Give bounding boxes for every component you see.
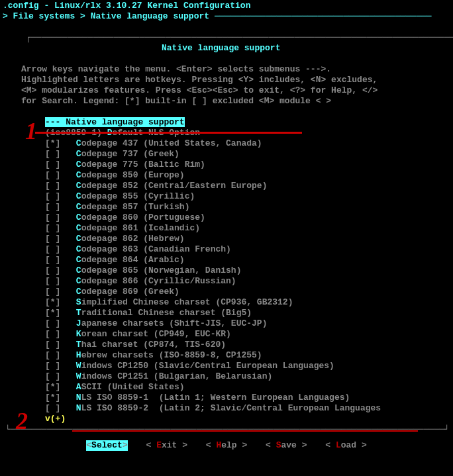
option-label: odepage 852 (Central/Eastern Europe) [81,181,268,191]
checkbox-mark[interactable]: [*] [45,382,60,392]
checkbox-mark[interactable]: [ ] [45,191,60,201]
hotkey: C [76,181,81,191]
option-label: indows CP1251 (Bulgarian, Belarusian) [81,371,273,381]
checkbox-mark[interactable]: [ ] [45,160,60,169]
list-item[interactable]: [ ] Codepage 862 (Hebrew) [45,234,448,244]
list-item[interactable]: [ ] Hebrew charsets (ISO-8859-8, CP1255) [45,350,448,361]
checkbox-mark[interactable]: [ ] [45,265,60,275]
checkbox-mark[interactable]: [ ] [45,276,60,286]
hotkey: C [76,160,81,169]
exit-button[interactable]: < Exit > [146,440,187,451]
list-item[interactable]: [ ] Codepage 869 (Greek) [45,287,448,297]
breadcrumb-line: ────────────────────────────────────────… [209,11,431,21]
option-label: odepage 864 (Arabic) [81,255,185,265]
checkbox-mark[interactable]: [ ] [45,149,60,159]
list-item[interactable]: [ ] Korean charset (CP949, EUC-KR) [45,329,448,340]
checkbox-mark[interactable]: [*] [45,308,60,318]
list-item[interactable]: [ ] Windows CP1250 (Slavic/Central Europ… [45,361,448,371]
checkbox-mark[interactable]: [ ] [45,213,60,222]
help-line: Highlighted letters are hotkeys. Pressin… [21,75,432,85]
help-line: <M> modularizes features. Press <Esc><Es… [21,85,432,96]
option-label: odepage 857 (Turkish) [81,202,190,212]
checkbox-mark[interactable]: [*] [45,297,60,307]
list-item[interactable]: [ ] Codepage 865 (Norwegian, Danish) [45,265,448,276]
option-label: odepage 862 (Hebrew) [81,234,185,244]
list-item[interactable]: [ ] Codepage 857 (Turkish) [45,202,448,213]
checkbox-mark[interactable]: [ ] [45,361,60,371]
breadcrumb: > File systems > Native language support… [0,11,453,22]
checkbox-mark[interactable]: [ ] [45,181,60,191]
option-label: indows CP1250 (Slavic/Central European L… [81,361,334,371]
list-item[interactable]: [*] Simplified Chinese charset (CP936, G… [45,297,448,308]
hotkey: C [76,191,81,201]
option-label: odepage 850 (Europe) [81,170,185,180]
checkbox-mark[interactable]: [ ] [45,202,60,212]
checkbox-mark[interactable]: [ ] [45,287,60,297]
checkbox-mark[interactable]: [*] [45,138,60,148]
section-header-row[interactable]: --- Native language support [45,117,448,128]
default-nls-option[interactable]: (iso8859-1) Default NLS Option [45,128,448,138]
list-item[interactable]: [ ] Windows CP1251 (Bulgarian, Belarusia… [45,371,448,382]
option-list[interactable]: --- Native language support (iso8859-1) … [5,117,448,414]
list-item[interactable]: [ ] NLS ISO 8859-2 (Latin 2; Slavic/Cent… [45,403,448,414]
hotkey: C [76,244,81,254]
list-item[interactable]: [*] NLS ISO 8859-1 (Latin 1; Western Eur… [45,393,448,403]
list-item[interactable]: [ ] Codepage 866 (Cyrillic/Russian) [45,276,448,287]
window-title: .config - Linux/rlx 3.10.27 Kernel Confi… [0,0,453,11]
hotkey: N [76,393,81,403]
help-line: for Search. Legend: [*] built-in [ ] exc… [21,96,432,107]
select-button[interactable]: <Select> [86,440,127,451]
list-item[interactable]: [ ] Codepage 852 (Central/Eastern Europe… [45,181,448,191]
hotkey: N [76,403,81,413]
list-item[interactable]: [ ] Codepage 863 (Canadian French) [45,244,448,255]
checkbox-mark[interactable]: [ ] [45,244,60,254]
list-item[interactable]: [*] Codepage 437 (United States, Canada) [45,138,448,149]
frame-top: ┌───────────────────────────────────────… [0,22,453,64]
list-item[interactable]: [ ] Codepage 775 (Baltic Rim) [45,160,448,170]
list-item[interactable]: [ ] Japanese charsets (Shift-JIS, EUC-JP… [45,318,448,329]
help-button[interactable]: < Help > [206,440,247,451]
option-label: odepage 861 (Icelandic) [81,223,200,233]
frame-bottom: └───────────────────────────────────────… [0,424,453,435]
hotkey: C [76,170,81,180]
option-label: odepage 866 (Cyrillic/Russian) [81,276,236,286]
option-label: odepage 865 (Norwegian, Danish) [81,265,242,275]
list-item[interactable]: [ ] Codepage 864 (Arabic) [45,255,448,265]
checkbox-mark[interactable]: [ ] [45,403,60,413]
hotkey: J [76,318,81,328]
list-item[interactable]: [ ] Codepage 860 (Portuguese) [45,213,448,223]
option-label: implified Chinese charset (CP936, GB2312… [81,297,293,307]
checkbox-mark[interactable]: [ ] [45,318,60,328]
checkbox-mark[interactable]: [ ] [45,371,60,381]
checkbox-mark[interactable]: [ ] [45,340,60,350]
default-nls-value: (iso8859-1) [45,128,107,138]
list-item[interactable]: [ ] Codepage 855 (Cyrillic) [45,191,448,202]
checkbox-mark[interactable]: [ ] [45,170,60,180]
list-item[interactable]: [ ] Codepage 861 (Icelandic) [45,223,448,234]
list-item[interactable]: [*] ASCII (United States) [45,382,448,393]
button-label: oad [341,440,356,450]
list-item[interactable]: [ ] Codepage 850 (Europe) [45,170,448,181]
checkbox-mark[interactable]: [*] [45,393,60,403]
list-item[interactable]: [ ] Codepage 737 (Greek) [45,149,448,160]
checkbox-mark[interactable]: [ ] [45,223,60,233]
hotkey: C [76,213,81,222]
option-label: odepage 869 (Greek) [81,287,179,297]
button-label: xit [162,440,177,450]
checkbox-mark[interactable]: [ ] [45,234,60,244]
option-label: apanese charsets (Shift-JIS, EUC-JP) [81,318,268,328]
load-button[interactable]: < Load > [325,440,366,451]
checkbox-mark[interactable]: [ ] [45,329,60,339]
option-label: odepage 863 (Canadian French) [81,244,231,254]
option-label: SCII (United States) [81,382,185,392]
list-item[interactable]: [*] Traditional Chinese charset (Big5) [45,308,448,318]
hotkey: C [76,255,81,265]
hotkey: C [76,138,81,148]
option-label: orean charset (CP949, EUC-KR) [81,329,231,339]
list-item[interactable]: [ ] Thai charset (CP874, TIS-620) [45,340,448,350]
option-label: hai charset (CP874, TIS-620) [81,340,226,350]
save-button[interactable]: < Save > [266,440,307,451]
option-label: LS ISO 8859-2 (Latin 2; Slavic/Central E… [81,403,381,413]
checkbox-mark[interactable]: [ ] [45,255,60,265]
checkbox-mark[interactable]: [ ] [45,350,60,360]
